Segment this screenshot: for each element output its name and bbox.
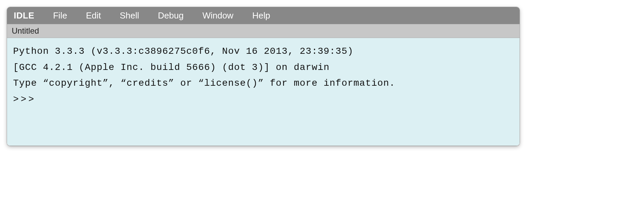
shell-line: Type “copyright”, “credits” or “license(… <box>13 75 514 91</box>
menu-file[interactable]: File <box>44 10 76 21</box>
menu-help[interactable]: Help <box>243 10 279 21</box>
menubar-app-name[interactable]: IDLE <box>12 10 44 21</box>
idle-window: IDLE File Edit Shell Debug Window Help U… <box>7 7 520 146</box>
shell-line: Python 3.3.3 (v3.3.3:c3896275c0f6, Nov 1… <box>13 43 514 60</box>
shell-output[interactable]: Python 3.3.3 (v3.3.3:c3896275c0f6, Nov 1… <box>7 38 520 146</box>
menu-window[interactable]: Window <box>193 10 243 21</box>
shell-prompt[interactable]: >>> <box>13 91 514 108</box>
shell-line: [GCC 4.2.1 (Apple Inc. build 5666) (dot … <box>13 60 514 76</box>
menu-debug[interactable]: Debug <box>149 10 193 21</box>
titlebar: Untitled <box>7 24 520 38</box>
menu-shell[interactable]: Shell <box>110 10 149 21</box>
menu-edit[interactable]: Edit <box>76 10 110 21</box>
window-title: Untitled <box>12 26 39 36</box>
menubar: IDLE File Edit Shell Debug Window Help <box>7 7 520 24</box>
